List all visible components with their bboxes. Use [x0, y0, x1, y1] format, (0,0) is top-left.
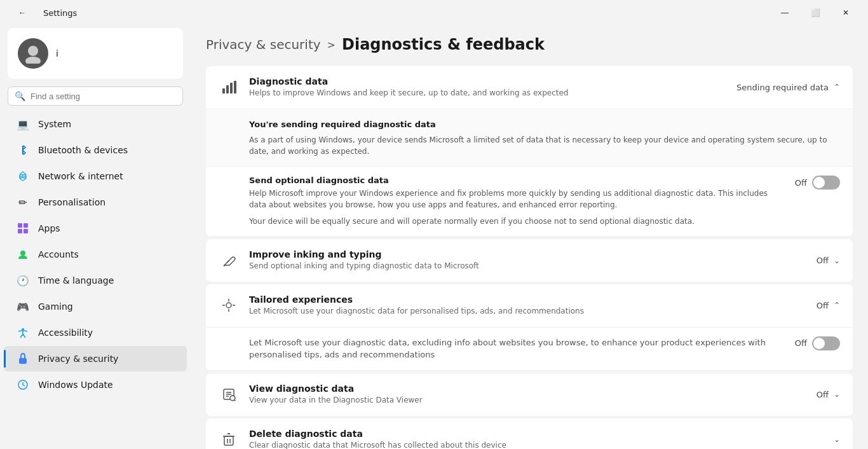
tailored-section: Tailored experiences Let Microsoft use y…: [206, 284, 853, 371]
delete-diagnostic-chevron: ⌄: [834, 435, 840, 444]
sidebar-item-privacy[interactable]: Privacy & security: [4, 346, 187, 371]
bluetooth-icon: [17, 144, 29, 156]
diagnostic-data-chevron: ⌃: [834, 83, 840, 92]
user-name: i: [56, 48, 58, 59]
breadcrumb: Privacy & security > Diagnostics & feedb…: [206, 36, 853, 53]
inking-desc: Send optional inking and typing diagnost…: [249, 261, 806, 272]
sidebar-item-accessibility[interactable]: Accessibility: [4, 320, 187, 345]
inking-section: Improve inking and typing Send optional …: [206, 239, 853, 282]
search-input[interactable]: [31, 92, 176, 101]
main-content: Privacy & security > Diagnostics & feedb…: [191, 23, 868, 449]
accounts-icon: [17, 248, 29, 261]
view-diagnostic-content: View diagnostic data View your data in t…: [249, 383, 806, 406]
breadcrumb-separator: >: [327, 39, 336, 51]
back-button[interactable]: ←: [8, 4, 37, 22]
sidebar-item-system[interactable]: 💻 System: [4, 111, 187, 137]
tailored-desc: Let Microsoft use your diagnostic data f…: [249, 306, 806, 317]
optional-data-status: Off: [795, 178, 807, 188]
apps-icon: [17, 222, 29, 235]
optional-data-toggle[interactable]: [812, 176, 840, 190]
optional-data-row: Send optional diagnostic data Help Micro…: [206, 167, 853, 237]
diagnostic-data-row[interactable]: Diagnostic data Helps to improve Windows…: [206, 66, 853, 109]
inking-content: Improve inking and typing Send optional …: [249, 249, 806, 272]
sidebar-label-time: Time & language: [38, 275, 114, 286]
sidebar-label-accessibility: Accessibility: [38, 328, 93, 338]
sidebar-nav: 💻 System Bluetooth & devices Network & i…: [0, 111, 191, 398]
sidebar-label-bluetooth: Bluetooth & devices: [38, 145, 128, 155]
sidebar-label-update: Windows Update: [38, 380, 113, 390]
svg-rect-17: [230, 83, 233, 93]
sidebar-item-gaming[interactable]: 🎮 Gaming: [4, 294, 187, 319]
required-data-subtitle: You're sending required diagnostic data: [249, 118, 840, 131]
app-title: Settings: [43, 8, 77, 18]
diagnostic-data-content: Diagnostic data Helps to improve Windows…: [249, 76, 726, 99]
diagnostic-data-icon: [219, 77, 239, 97]
personalisation-icon: ✏️: [17, 196, 29, 209]
delete-diagnostic-right: ⌄: [834, 435, 840, 444]
sidebar-item-update[interactable]: Windows Update: [4, 372, 187, 397]
tailored-subrow: Let Microsoft use your diagnostic data, …: [206, 328, 853, 371]
optional-data-content: Send optional diagnostic data Help Micro…: [249, 176, 782, 227]
svg-point-30: [230, 396, 235, 401]
tailored-row[interactable]: Tailored experiences Let Microsoft use y…: [206, 284, 853, 328]
view-diagnostic-icon: [219, 384, 239, 404]
inking-right: Off ⌄: [817, 256, 840, 265]
view-diagnostic-section: View diagnostic data View your data in t…: [206, 373, 853, 416]
breadcrumb-parent[interactable]: Privacy & security: [206, 37, 321, 52]
inking-row[interactable]: Improve inking and typing Send optional …: [206, 239, 853, 282]
tailored-toggle[interactable]: [812, 336, 840, 350]
sidebar: i 🔍 💻 System Bluetooth & devices: [0, 23, 191, 449]
svg-line-31: [234, 400, 236, 401]
diagnostic-data-section: Diagnostic data Helps to improve Windows…: [206, 66, 853, 237]
diagnostic-data-status: Sending required data: [736, 83, 829, 92]
svg-rect-16: [226, 85, 229, 93]
user-panel[interactable]: i: [8, 28, 183, 79]
accessibility-icon: [17, 326, 29, 339]
view-diagnostic-row[interactable]: View diagnostic data View your data in t…: [206, 373, 853, 416]
breadcrumb-current: Diagnostics & feedback: [342, 36, 545, 53]
required-data-subdesc: As a part of using Windows, your device …: [249, 134, 840, 157]
tailored-content: Tailored experiences Let Microsoft use y…: [249, 294, 806, 317]
optional-data-toggle-group: Off: [795, 176, 840, 190]
view-diagnostic-title: View diagnostic data: [249, 383, 806, 394]
diagnostic-data-title: Diagnostic data: [249, 76, 726, 86]
delete-diagnostic-icon: [219, 429, 239, 449]
tailored-subdesc: Let Microsoft use your diagnostic data, …: [249, 336, 782, 361]
inking-icon: [219, 251, 239, 271]
tailored-toggle-group: Off: [795, 336, 840, 350]
svg-rect-5: [24, 223, 28, 228]
inking-status: Off: [817, 256, 829, 265]
sidebar-label-network: Network & internet: [38, 171, 123, 181]
sidebar-label-gaming: Gaming: [38, 301, 73, 312]
delete-diagnostic-row[interactable]: Delete diagnostic data Clear diagnostic …: [206, 418, 853, 449]
sidebar-item-apps[interactable]: Apps: [4, 216, 187, 241]
delete-diagnostic-content: Delete diagnostic data Clear diagnostic …: [249, 429, 824, 449]
close-button[interactable]: ✕: [831, 4, 860, 22]
time-icon: 🕐: [17, 274, 29, 287]
sidebar-item-bluetooth[interactable]: Bluetooth & devices: [4, 137, 187, 163]
svg-rect-6: [18, 229, 22, 233]
inking-title: Improve inking and typing: [249, 249, 806, 259]
tailored-title: Tailored experiences: [249, 294, 806, 305]
svg-point-21: [226, 303, 231, 308]
sidebar-item-personalisation[interactable]: ✏️ Personalisation: [4, 190, 187, 215]
maximize-button[interactable]: ⬜: [801, 4, 830, 22]
network-icon: [17, 170, 29, 183]
svg-point-8: [20, 251, 25, 256]
svg-rect-15: [222, 88, 225, 93]
svg-rect-4: [18, 223, 22, 228]
delete-diagnostic-desc: Clear diagnostic data that Microsoft has…: [249, 440, 824, 449]
sidebar-label-personalisation: Personalisation: [38, 197, 105, 207]
optional-data-toggle-knob: [813, 177, 825, 188]
tailored-toggle-knob: [813, 338, 825, 349]
view-diagnostic-desc: View your data in the Diagnostic Data Vi…: [249, 395, 806, 406]
minimize-button[interactable]: —: [770, 4, 799, 22]
sidebar-label-apps: Apps: [38, 223, 60, 233]
tailored-chevron: ⌃: [834, 301, 840, 310]
view-diagnostic-chevron: ⌄: [834, 390, 840, 399]
avatar: [18, 38, 48, 69]
optional-data-title: Send optional diagnostic data: [249, 176, 782, 185]
sidebar-item-network[interactable]: Network & internet: [4, 163, 187, 189]
sidebar-item-time[interactable]: 🕐 Time & language: [4, 268, 187, 293]
sidebar-item-accounts[interactable]: Accounts: [4, 242, 187, 267]
